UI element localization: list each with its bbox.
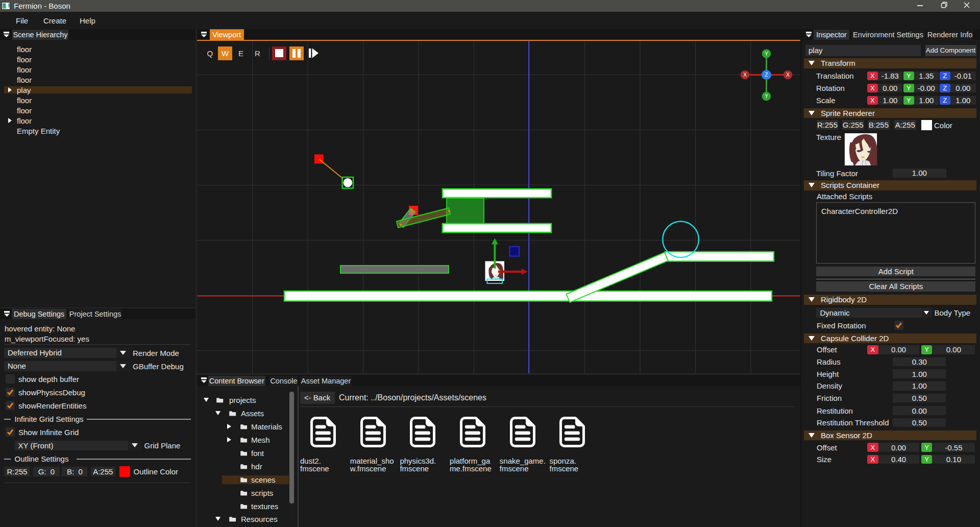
svg-text:Y: Y bbox=[765, 93, 768, 99]
svg-text:X: X bbox=[743, 72, 747, 78]
svg-text:X: X bbox=[786, 72, 790, 78]
svg-text:Z: Z bbox=[765, 72, 768, 78]
svg-text:Y: Y bbox=[765, 51, 768, 57]
